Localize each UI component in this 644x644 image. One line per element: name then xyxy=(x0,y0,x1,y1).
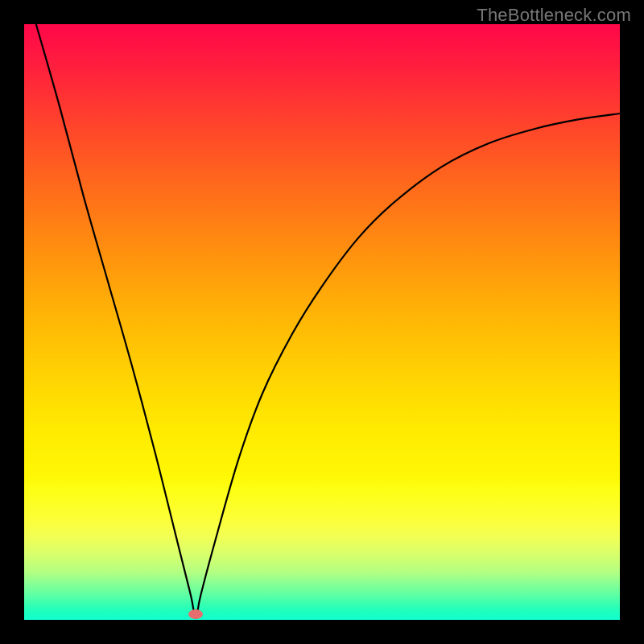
chart-gradient-background xyxy=(24,24,620,620)
